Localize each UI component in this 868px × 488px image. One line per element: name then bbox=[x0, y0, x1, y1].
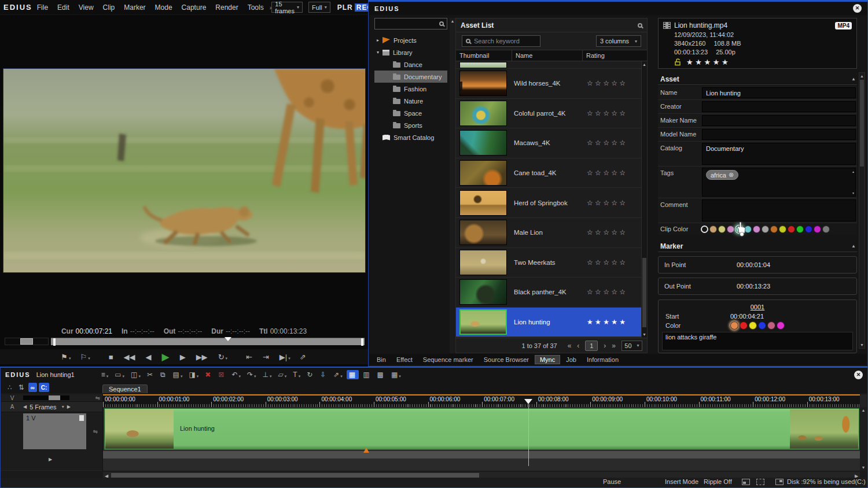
swap-tracks-icon[interactable]: ⇋ bbox=[95, 395, 100, 401]
rating-stars[interactable]: ☆ ☆ ☆ ☆ ☆ bbox=[587, 79, 640, 87]
toolbar-button[interactable]: ∞ bbox=[28, 383, 37, 392]
tags-scrollbar[interactable]: ▴▾ bbox=[852, 169, 854, 195]
toolbar-button[interactable]: ↷ ▾ bbox=[245, 370, 259, 379]
field-input[interactable]: Documentary bbox=[702, 143, 856, 165]
transport-button[interactable]: ▶▶ bbox=[193, 352, 212, 362]
field-input[interactable]: Lion hunting bbox=[702, 87, 856, 98]
toolbar-button[interactable]: ⊥ ▾ bbox=[260, 370, 274, 379]
menu-item[interactable]: Tools bbox=[243, 3, 269, 12]
out-point-row[interactable]: Out Point 00:00:13:23 bbox=[658, 278, 857, 295]
rating-stars[interactable]: ★ ★ ★ ★ ★ bbox=[587, 318, 640, 326]
menu-item[interactable]: Marker bbox=[119, 3, 150, 12]
toolbar-button[interactable]: ▭ ▾ bbox=[112, 370, 127, 379]
clip-color-swatch[interactable] bbox=[814, 225, 821, 233]
rating-stars[interactable]: ☆ ☆ ☆ ☆ ☆ bbox=[587, 139, 640, 147]
rating-stars[interactable]: ☆ ☆ ☆ ☆ ☆ bbox=[587, 228, 640, 236]
clip-color-swatch[interactable] bbox=[753, 225, 760, 233]
scroll-down-icon[interactable]: ▼ bbox=[859, 343, 865, 347]
toolbar-button[interactable]: ◨ ▾ bbox=[186, 370, 201, 379]
scroll-down-icon[interactable]: ▾ bbox=[852, 191, 854, 195]
tree-search-input[interactable] bbox=[378, 20, 439, 27]
track-1v[interactable]: 1 V bbox=[23, 413, 86, 449]
bin-tab[interactable]: Source Browser bbox=[479, 356, 534, 364]
transport-button[interactable]: ⇗ bbox=[297, 352, 310, 362]
seek-in-handle[interactable] bbox=[53, 338, 56, 346]
timeline-clip[interactable]: Lion hunting bbox=[104, 408, 859, 450]
expand-tracks-icon[interactable]: ▶ bbox=[49, 457, 52, 462]
toolbar-button[interactable]: ⧉ bbox=[158, 370, 169, 379]
transport-button[interactable]: ⇥ bbox=[260, 352, 273, 362]
seek-out-handle[interactable] bbox=[361, 338, 363, 346]
arrow-left-icon[interactable]: ◀ bbox=[23, 404, 27, 409]
bin-tab[interactable]: Job bbox=[561, 356, 581, 364]
marker-comment-field[interactable]: lion attacks giraffe bbox=[662, 332, 853, 350]
scroll-up-icon[interactable]: ▴ bbox=[852, 169, 854, 173]
scroll-up-icon[interactable]: ▲ bbox=[450, 18, 455, 23]
toolbar-button[interactable]: ≡ ▾ bbox=[99, 370, 111, 379]
scroll-down-icon[interactable]: ▼ bbox=[862, 465, 866, 469]
bin-tab[interactable]: Sequence marker bbox=[418, 356, 478, 364]
toolbar-button[interactable]: ◫ ▾ bbox=[128, 370, 143, 379]
tree-item[interactable]: ▾ Library bbox=[374, 46, 447, 58]
tree-scrollbar[interactable]: ▲ bbox=[450, 18, 455, 353]
clip-color-swatch[interactable] bbox=[805, 225, 812, 233]
collapse-icon[interactable]: ▴ bbox=[852, 243, 855, 249]
tree-expand-arrow[interactable]: ▾ bbox=[377, 50, 382, 55]
transport-button[interactable]: ↻ ▾ bbox=[215, 352, 230, 362]
toolbar-button[interactable]: ⇗ ▾ bbox=[331, 370, 345, 379]
column-header[interactable]: Thumbnail bbox=[456, 50, 512, 61]
bin-tab[interactable]: Mync bbox=[535, 355, 560, 364]
track-zoom-bar[interactable] bbox=[23, 395, 69, 400]
toolbar-button[interactable]: ✖ bbox=[203, 370, 214, 379]
column-header[interactable]: Rating bbox=[582, 50, 637, 61]
menu-item[interactable]: Mode bbox=[150, 3, 177, 12]
asset-search-input[interactable] bbox=[474, 38, 536, 45]
bin-tab[interactable]: Information bbox=[582, 356, 623, 364]
marker-color-swatch[interactable] bbox=[777, 321, 785, 330]
clip-color-swatch[interactable] bbox=[796, 225, 804, 233]
clip-color-swatch[interactable] bbox=[822, 225, 830, 233]
transport-button[interactable]: ⚐ ▾ bbox=[78, 352, 93, 362]
ripple-status[interactable]: Ripple Off bbox=[704, 478, 732, 485]
scroll-up-icon[interactable]: ▲ bbox=[859, 73, 865, 78]
menu-item[interactable]: Edit bbox=[53, 3, 74, 12]
toolbar-button[interactable]: ✂ bbox=[145, 370, 156, 379]
toolbar-button[interactable]: ↻ bbox=[304, 370, 316, 379]
transport-button[interactable]: ◀◀ bbox=[121, 352, 139, 362]
asset-row[interactable]: Wild horses_4K ☆ ☆ ☆ ☆ ☆ bbox=[456, 69, 647, 99]
menu-item[interactable]: File bbox=[32, 3, 53, 12]
column-header[interactable]: Name bbox=[512, 50, 582, 61]
swap-tracks-icon[interactable]: ⇋ bbox=[93, 428, 98, 435]
arrow-right-icon[interactable]: ▶ bbox=[67, 404, 71, 409]
asset-row[interactable]: Black panther_4K ☆ ☆ ☆ ☆ ☆ bbox=[456, 278, 647, 308]
toolbar-button[interactable]: ▦ bbox=[347, 370, 359, 379]
marker-color-swatch[interactable] bbox=[767, 321, 775, 330]
timeline-ruler[interactable]: 00:00:00:0000:00:01:0000:00:02:0000:00:0… bbox=[103, 394, 860, 407]
toolbar-button[interactable]: ↶ ▾ bbox=[229, 370, 243, 379]
clip-marker-icon[interactable] bbox=[363, 445, 369, 453]
clip-color-swatch[interactable] bbox=[709, 225, 717, 233]
tree-item[interactable]: Fashion bbox=[374, 83, 447, 95]
field-input[interactable] bbox=[702, 129, 856, 140]
toolbar-button[interactable]: ⇩ bbox=[318, 370, 329, 379]
transport-button[interactable]: ▶ bbox=[159, 351, 174, 363]
clip-color-swatch[interactable] bbox=[718, 225, 726, 233]
monitor-layout-icon[interactable] bbox=[742, 479, 750, 485]
marker-id[interactable]: 0001 bbox=[662, 304, 853, 310]
player-mode-button[interactable]: PLR bbox=[337, 3, 353, 12]
fullscreen-icon[interactable] bbox=[756, 479, 764, 485]
asset-row[interactable]: Male Lion ☆ ☆ ☆ ☆ ☆ bbox=[456, 218, 647, 248]
pagination-first-button[interactable]: « bbox=[568, 342, 572, 350]
tree-item[interactable]: Documentary bbox=[374, 71, 447, 83]
tag-chip[interactable]: africa ⊗ bbox=[706, 170, 738, 180]
marker-color-swatch[interactable] bbox=[730, 321, 738, 330]
timeline-track-area[interactable]: Lion hunting bbox=[103, 407, 860, 471]
asset-row[interactable] bbox=[456, 61, 647, 69]
toolbar-button[interactable]: ▥ bbox=[361, 370, 373, 379]
window-layout-icon[interactable] bbox=[775, 479, 784, 485]
menu-item[interactable]: Clip bbox=[98, 3, 120, 12]
transport-button[interactable]: ■ bbox=[106, 352, 117, 362]
pagination-prev-button[interactable]: ‹ bbox=[577, 342, 579, 350]
page-size-select[interactable]: 50 ▾ bbox=[621, 341, 642, 351]
toolbar-button[interactable]: ▩ bbox=[375, 370, 387, 379]
